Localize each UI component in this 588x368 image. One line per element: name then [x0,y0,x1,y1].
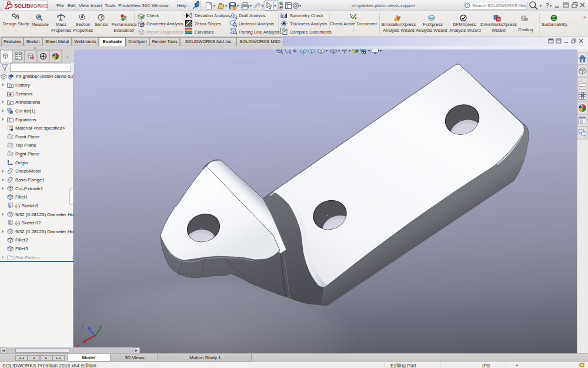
svg-text:9/32 (0.28125) Diameter Hol: 9/32 (0.28125) Diameter Hol [15,229,74,234]
svg-text:Material ‌<not specified>: Material ‌<not specified> [15,125,65,131]
svg-text:WORKS: WORKS [28,3,49,9]
svg-text:▾: ▾ [299,4,301,8]
svg-text:Sheet-Metal: Sheet-Metal [15,168,41,174]
svg-text:History: History [15,82,30,88]
svg-text:▾: ▾ [550,4,552,8]
svg-text:▾: ▾ [225,4,227,8]
svg-text:(-) Sketch9: (-) Sketch9 [15,203,39,208]
svg-text:Front Plane: Front Plane [15,134,40,140]
svg-text:▾: ▾ [213,4,215,8]
svg-text:Σ: Σ [9,118,11,122]
svg-text:▾: ▾ [250,4,252,8]
svg-text:▾: ▾ [262,4,263,8]
svg-text:Cut list(1): Cut list(1) [15,108,36,114]
svg-text:Fillet2: Fillet2 [15,237,28,243]
svg-text:A: A [9,101,11,105]
svg-text:Fillet3: Fillet3 [15,246,28,251]
svg-text:Fillet1: Fillet1 [15,194,28,200]
svg-text:›: › [66,54,68,60]
svg-text:Right Plane: Right Plane [15,151,40,157]
svg-text:Sensors: Sensors [15,91,32,97]
svg-text:Origin: Origin [15,160,28,165]
svg-text:Z: Z [81,323,84,329]
svg-text:mf-grabber-piston-clevis-su: mf-grabber-piston-clevis-su [16,74,73,79]
svg-text:▾: ▾ [540,4,542,8]
svg-text:9/32 (0.28125) Diameter Hol: 9/32 (0.28125) Diameter Hol [15,212,74,217]
svg-text:Top Plane: Top Plane [15,142,36,148]
svg-text:Annotations: Annotations [15,100,40,105]
svg-text:Equations: Equations [15,117,36,122]
svg-text:?: ? [546,2,549,9]
svg-text:Cut-Extrude1: Cut-Extrude1 [15,186,44,191]
svg-text:Base-Flange1: Base-Flange1 [15,177,45,183]
svg-text:?: ? [466,4,469,8]
svg-text:▾: ▾ [237,4,239,8]
svg-text:▾: ▾ [275,4,276,8]
svg-text:Flat-Pattern: Flat-Pattern [15,255,40,260]
svg-text:(-) Sketch12: (-) Sketch12 [15,220,41,226]
